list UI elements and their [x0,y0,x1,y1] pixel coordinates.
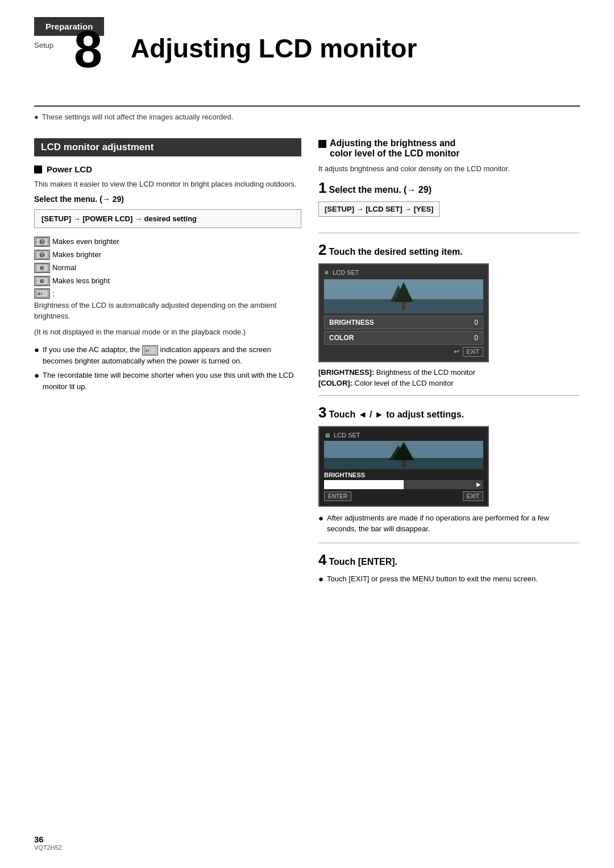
brightness-bar-arrow-right: ▶ [476,481,481,487]
icon-label-4: Makes less bright [52,276,110,285]
step2-divider [318,395,580,396]
right-description: It adjusts brightness and color density … [318,163,580,175]
brightness-bar-fill [324,480,404,489]
step1-cmd-box: [SETUP] → [LCD SET] → [YES] [318,201,439,217]
bullet-dot-2: ● [34,370,39,381]
setup-info-text: [SETUP] → [POWER LCD] → desired setting [42,214,197,223]
step3-after-note: ● After adjustments are made if no opera… [318,512,580,535]
lcd-screen-2: 🖥 LCD SET BRIGHTNESS ▶ [318,426,489,507]
color-row-label: COLOR [329,334,354,342]
right-title-line1: Adjusting the brightness and [330,138,459,148]
brightness-icon-high2: 2+ [34,237,50,247]
select-menu-label: Select the menu. (→ 29) [34,195,301,204]
brightness-icon-normal: 0 [34,263,50,273]
icon-label-3: Normal [52,263,76,272]
black-square-right-icon [318,140,326,148]
icon-label-5: Brightness of the LCD is automatically a… [34,300,301,322]
step4-number: 4 [318,551,326,569]
brightness-row[interactable]: BRIGHTNESS 0 [324,316,483,329]
step2-text: Touch the desired setting item. [329,247,462,257]
step4-bullet: ● [318,573,323,585]
icon-label-2: Makes brighter [52,250,101,259]
right-section-title: Adjusting the brightness and color level… [318,138,580,159]
power-lcd-title: Power LCD [34,164,301,174]
icon-row-5: A+ : [34,288,301,299]
icon-row-1: 2+ Makes even brighter [34,236,301,248]
color-desc: Color level of the LCD monitor [355,379,454,387]
svg-text:0: 0 [40,266,43,270]
lcd2-exit-btn[interactable]: EXIT [463,491,483,501]
color-label: [COLOR]: [318,379,352,387]
bullet-item-1: ● If you use the AC adaptor, the 1+ indi… [34,344,301,366]
note-bullet: ● [34,113,39,121]
color-note: [COLOR]: Color level of the LCD monitor [318,379,580,387]
lcd-set-icon: 🖥 [324,270,329,275]
lcd-image-background [324,279,483,313]
step2-line: 2 Touch the desired setting item. [318,241,580,259]
chapter-number: 8 [74,24,102,75]
brightness-bar-label: BRIGHTNESS [324,472,483,478]
svg-text:2+: 2+ [40,240,44,244]
setup-info-box: [SETUP] → [POWER LCD] → desired setting [34,209,301,228]
left-column: LCD monitor adjustment Power LCD This ma… [34,138,301,588]
brightness-row-value: 0 [474,319,478,326]
icon-row-2: 1+ Makes brighter [34,249,301,261]
brightness-icon-high1: 1+ [34,250,50,260]
bullet-dot-1: ● [34,344,39,356]
icon-label-1: Makes even brighter [52,237,119,246]
brightness-bar-container: ▶ [324,480,483,489]
color-row[interactable]: COLOR 0 [324,331,483,345]
lcd-screen2-header: 🖥 LCD SET [324,432,483,439]
step1-number: 1 [318,179,326,197]
setup-label: Setup [34,41,53,49]
brightness-note: [BRIGHTNESS]: Brightness of the LCD moni… [318,368,580,377]
header-section: Preparation Setup 8 Adjusting LCD monito… [0,0,614,17]
brightness-desc: Brightness of the LCD monitor [376,368,475,377]
step4-text: Touch [ENTER]. [329,557,397,567]
step3-bullet: ● [318,512,323,524]
model-number: VQT2H52 [34,844,62,851]
black-square-icon [34,166,42,173]
power-lcd-description: This makes it easier to view the LCD mon… [34,179,301,190]
power-lcd-label: Power LCD [47,164,92,174]
lcd2-image-background [324,441,483,469]
lcd-set-label: LCD SET [333,269,359,276]
step3-text: Touch ◄ / ► to adjust settings. [329,410,464,420]
step4-note: ● Touch [EXIT] or press the MENU button … [318,573,580,585]
bullet-text-2: The recordable time will become shorter … [43,370,301,392]
step1-divider [318,233,580,233]
svg-rect-24 [402,302,405,311]
page-title: Adjusting LCD monitor [131,33,417,64]
icon-row-4: 1- Makes less bright [34,275,301,287]
lcd2-label: LCD SET [334,432,360,439]
icon-label-6: (It is not displayed in the manual mode … [34,326,301,338]
svg-rect-29 [402,460,405,467]
icon-row-3: 0 Normal [34,262,301,274]
lcd2-enter-btn[interactable]: ENTER [324,491,351,501]
brightness-icon-low: 1- [34,276,50,286]
step3-note-text: After adjustments are made if no operati… [327,512,580,535]
lcd-footer-1: ↩ EXIT [324,347,483,357]
note-text: These settings will not affect the image… [42,113,234,121]
brightness-icon-auto: A+ [34,288,50,299]
brightness-row-label: BRIGHTNESS [329,319,374,326]
lcd-back-icon[interactable]: ↩ [454,348,459,356]
bullet-text-1: If you use the AC adaptor, the 1+ indica… [43,344,301,366]
brightness-label: [BRIGHTNESS]: [318,368,374,377]
right-column: Adjusting the brightness and color level… [318,138,580,588]
svg-text:A+: A+ [38,292,43,296]
lcd2-icon: 🖥 [324,432,330,439]
content-area: LCD monitor adjustment Power LCD This ma… [0,127,614,588]
step4-note-text: Touch [EXIT] or press the MENU button to… [327,573,538,585]
lcd-exit-btn[interactable]: EXIT [463,347,483,357]
step3-number: 3 [318,404,326,421]
page-footer: 36 VQT2H52 [34,834,580,851]
bullet-section: ● If you use the AC adaptor, the 1+ indi… [34,344,301,392]
page-number: 36 [34,834,62,844]
lcd2-footer: ENTER EXIT [324,491,483,501]
color-row-value: 0 [474,334,478,342]
bullet-item-2: ● The recordable time will become shorte… [34,370,301,392]
step2-number: 2 [318,241,326,259]
ac-icon: 1+ [142,345,158,356]
svg-text:1+: 1+ [40,253,44,257]
